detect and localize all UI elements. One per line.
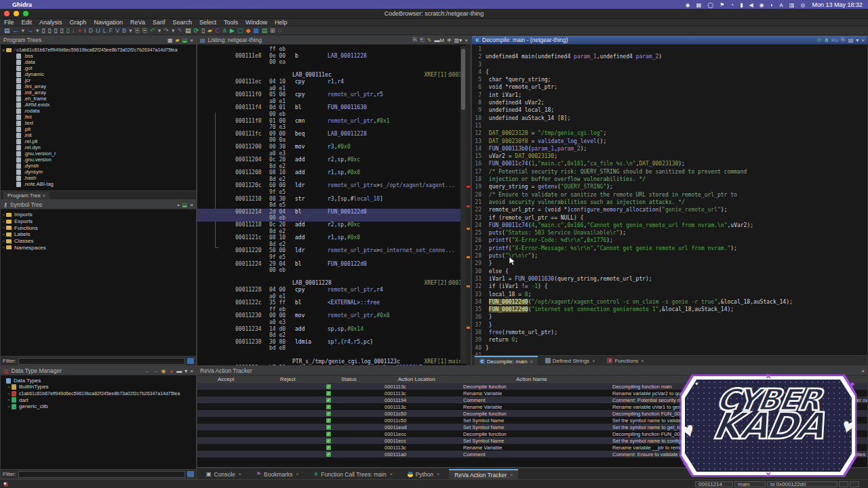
decompile-line[interactable]: 1 <box>472 45 867 53</box>
letter-l-icon[interactable]: L <box>103 27 106 34</box>
expand-caret-icon[interactable]: > <box>1 213 6 217</box>
listing-bytes-line[interactable]: 70 e3 <box>197 124 471 131</box>
refresh-icon[interactable]: ⟳ <box>194 27 199 34</box>
listing-instruction[interactable]: 0001123000 00movremote_url_ptr,#0x0 <box>197 312 471 319</box>
copy-icon[interactable]: ⎘ <box>413 37 417 43</box>
tab-python[interactable]: Python× <box>402 469 446 479</box>
tab-decompile-main[interactable]: CDecompile: main× <box>475 356 538 365</box>
menubar-status-icon[interactable]: ◯ <box>707 2 713 8</box>
close-tab-icon[interactable]: × <box>530 359 533 364</box>
redo-icon[interactable]: ↷ <box>163 27 169 34</box>
listing-nav-margin[interactable] <box>466 45 471 365</box>
letter-i-icon[interactable]: I <box>84 27 86 34</box>
listing-instruction[interactable]: 0001121c08 10addr1,sp,#0x8 <box>197 235 471 241</box>
ro-toggle[interactable]: Ro <box>831 37 838 43</box>
lock-icon[interactable]: ▪ <box>178 202 180 208</box>
listing-instruction[interactable]: 0001120000 30movr3,#0x0 <box>197 144 471 150</box>
listing-bytes-line[interactable]: 8d e2 <box>197 241 471 248</box>
decompile-line[interactable]: 27 printf("X-Error-Message: %s\r\n","Can… <box>472 245 867 252</box>
letter-d-icon[interactable]: D <box>89 27 94 34</box>
close-icon[interactable]: × <box>861 37 865 43</box>
tree-item-section[interactable]: .dynstr <box>1 163 196 169</box>
expand-caret-icon[interactable]: > <box>6 385 12 389</box>
letter-u-icon[interactable]: U <box>96 27 100 34</box>
tree-item-section[interactable]: .got <box>1 65 196 71</box>
back-icon[interactable]: ← <box>144 368 150 374</box>
tree-item-section[interactable]: .init <box>1 132 196 138</box>
tree-item-section[interactable]: .rodata <box>1 108 196 114</box>
decompile-line[interactable]: 28 puts("\r\n\r"); <box>472 252 867 260</box>
graph-icon[interactable]: ⋔ <box>824 37 829 43</box>
col-status[interactable]: Status <box>341 376 357 382</box>
tree-icon[interactable]: ⊞ <box>270 27 275 34</box>
listing-instruction[interactable]: 0001121008 30strr3,[sp,#local_18] <box>197 196 471 203</box>
listing-bytes-line[interactable]: a0 e3 <box>197 150 471 157</box>
tree-item-section[interactable]: .eh_frame <box>1 96 196 102</box>
decompile-line[interactable]: 18 injection or buffer overflow vulnerab… <box>472 176 867 183</box>
decompile-line[interactable]: 21 avoid security vulnerabilities such a… <box>472 199 867 206</box>
byte-toggle-icon[interactable]: ▬M <box>434 37 444 43</box>
forward-icon[interactable]: → <box>27 27 33 34</box>
redo-caret-icon[interactable]: ▾ <box>172 27 175 34</box>
dtm-root-item[interactable]: Data Types <box>1 378 196 384</box>
listing-instruction[interactable]: 000111fc09 00beqLAB_00011228 <box>197 131 471 138</box>
expand-caret-icon[interactable]: > <box>1 232 6 237</box>
close-tab-icon[interactable]: × <box>296 472 299 476</box>
listing-label-line[interactable]: LAB_000111ecXREF[1]:00011 <box>197 72 471 79</box>
decompile-line[interactable]: 34 FUN_000122d0("/opt/xagent/xagent_cont… <box>472 298 867 306</box>
refresh-icon[interactable]: ⟳ <box>817 37 822 43</box>
expand-caret-icon[interactable]: > <box>1 239 6 243</box>
save-icon[interactable]: ▤ <box>4 27 10 34</box>
decompile-line[interactable]: 20 /* Ensure to validate or sanitize the… <box>472 191 867 199</box>
down-arrow-icon[interactable]: ↓ <box>72 27 75 34</box>
decompile-line[interactable]: 26 printf("X-Error-Code: %d\r\n",0x1776)… <box>472 237 867 244</box>
binoculars-icon[interactable]: ◉ <box>161 368 165 374</box>
fields-icon[interactable]: ▥▾ <box>454 37 462 43</box>
decompile-line[interactable]: 13 DAT_000230f8 = validate_log_level(); <box>472 138 867 145</box>
expand-caret-icon[interactable]: ∨ <box>1 47 6 52</box>
decompile-line[interactable]: 37 } <box>472 321 867 329</box>
tree-item-section[interactable]: .plt <box>1 126 196 132</box>
decompile-line[interactable]: 39 return 0; <box>472 336 867 344</box>
menu-window[interactable]: Window <box>245 19 267 26</box>
fire-icon[interactable]: ▲ <box>168 368 174 374</box>
letter-b-icon[interactable]: B <box>122 27 126 34</box>
symbol-tree-filter-input[interactable] <box>18 358 185 365</box>
listing-label-line[interactable]: PTR_s_/tmp/genie_cgi.log_0001123cXREF[1]… <box>197 359 471 365</box>
tree-item-section[interactable]: .fini <box>1 114 196 120</box>
expand-caret-icon[interactable]: > <box>6 392 12 396</box>
menubar-status-icon[interactable]: ◀ <box>749 2 753 8</box>
decompile-line[interactable]: 36 } <box>472 313 867 321</box>
doc-icon[interactable]: ▯ <box>48 27 52 34</box>
tree-item-section[interactable]: .text <box>1 120 196 126</box>
doc-plus-icon[interactable]: ▯ <box>66 27 69 34</box>
expand-caret-icon[interactable]: > <box>1 220 6 224</box>
menu-graph[interactable]: Graph <box>70 19 87 26</box>
listing-instruction[interactable]: 000111f801 00cmnremote_url_ptr,#0x1 <box>197 118 471 125</box>
decompile-line[interactable]: 8 undefined4 uVar2; <box>472 99 867 106</box>
tab-defined-strings[interactable]: Defined Strings× <box>540 356 600 365</box>
decompile-line[interactable]: 19 query_string = getenv("QUERY_STRING")… <box>472 183 867 190</box>
unlock-icon[interactable]: ⬓ <box>182 202 188 208</box>
forward-icon[interactable]: → <box>153 368 158 374</box>
tree-item-section[interactable]: .bss <box>1 53 196 59</box>
symbol-tree-item-labels[interactable]: >LLabels <box>1 231 196 238</box>
stamp-icon[interactable]: ⎘ <box>135 27 140 34</box>
decompile-line[interactable]: 4{ <box>472 68 867 76</box>
decompile-body[interactable]: 12undefined4 main(undefined4 param_1,und… <box>472 45 867 355</box>
decompile-line[interactable]: 2undefined4 main(undefined4 param_1,unde… <box>472 53 867 60</box>
listing-bytes-line[interactable]: a0 e1 <box>197 293 471 300</box>
tab-bookmarks[interactable]: ⚑Bookmarks× <box>251 469 304 479</box>
menubar-status-icon[interactable]: ◎ <box>800 2 805 8</box>
decompile-line[interactable]: 33 local_18 = 0; <box>472 291 867 298</box>
undo-caret-icon[interactable]: ▾ <box>158 27 161 34</box>
symbol-tree-item-exports[interactable]: >Exports <box>1 218 196 225</box>
close-icon[interactable]: × <box>190 368 193 374</box>
listing-instruction[interactable]: 0001123cb7 29addrs_/tmp/genie_cgi.log_00… <box>197 365 471 365</box>
decompile-line[interactable]: 11 <box>472 122 867 129</box>
caret-icon[interactable]: ▾ <box>129 27 132 34</box>
options-caret-icon[interactable]: ▾ <box>184 368 187 374</box>
menu-select[interactable]: Select <box>199 19 216 26</box>
decompile-line[interactable]: 9 undefined4 local_18; <box>472 106 867 114</box>
decompile-line[interactable]: 5 char *query_string; <box>472 76 867 83</box>
